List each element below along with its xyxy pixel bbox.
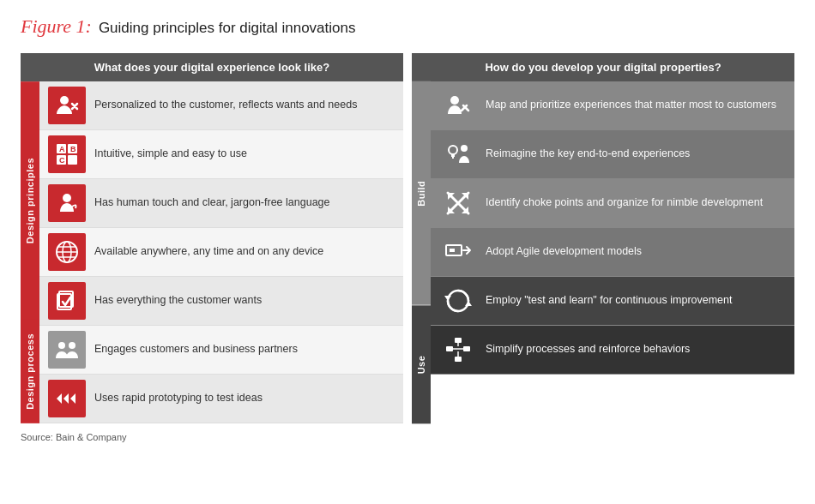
left-panel: What does your digital experience look l…	[21, 53, 403, 423]
rapid-icon	[48, 380, 86, 417]
svg-point-21	[450, 96, 459, 105]
personalized-text: Personalized to the customer, reflects w…	[94, 98, 357, 113]
intuitive-text: Intuitive, simple and easy to use	[94, 147, 247, 162]
human-touch-icon	[48, 184, 86, 222]
choke-icon	[439, 184, 477, 222]
right-rows-container: Map and prioritize experiences that matt…	[431, 81, 794, 423]
svg-point-0	[60, 96, 69, 105]
right-label-bar: Build Use	[412, 81, 431, 423]
right-panel-header: How do you develop your digital properti…	[412, 53, 794, 81]
svg-point-16	[58, 342, 65, 349]
list-item: Personalized to the customer, reflects w…	[39, 81, 403, 130]
list-item: Map and prioritize experiences that matt…	[431, 81, 794, 130]
available-icon	[48, 233, 86, 271]
list-item: Adopt Agile development models	[431, 228, 794, 277]
svg-point-17	[69, 342, 75, 349]
svg-text:C: C	[59, 156, 65, 165]
map-text: Map and prioritize experiences that matt…	[486, 98, 776, 113]
use-label: Use	[412, 305, 431, 423]
test-learn-text: Employ "test and learn" for continuous i…	[486, 293, 733, 309]
svg-rect-4	[68, 155, 77, 165]
agile-icon	[439, 233, 477, 271]
svg-marker-19	[63, 393, 69, 404]
right-panel: How do you develop your digital properti…	[412, 53, 794, 423]
reimagine-icon	[439, 135, 477, 173]
list-item: Employ "test and learn" for continuous i…	[431, 277, 794, 326]
agile-text: Adopt Agile development models	[486, 244, 642, 260]
svg-rect-39	[463, 346, 470, 351]
list-item: Reimagine the key end-to-end experiences	[431, 130, 794, 179]
list-item: Simplify processes and reinforce behavio…	[431, 326, 794, 375]
svg-point-23	[449, 146, 457, 154]
engages-text: Engages customers and business partners	[94, 342, 298, 357]
svg-rect-38	[446, 346, 453, 351]
main-grid: What does your digital experience look l…	[21, 53, 794, 423]
left-rows-container: Personalized to the customer, reflects w…	[39, 81, 403, 423]
list-item: Has everything the customer wants	[39, 277, 403, 326]
list-item: Uses rapid prototyping to test ideas	[39, 375, 403, 423]
left-panel-header: What does your digital experience look l…	[21, 53, 403, 81]
svg-text:B: B	[70, 145, 76, 153]
human-touch-text: Has human touch and clear, jargon-free l…	[94, 195, 330, 211]
svg-rect-24	[451, 154, 455, 157]
figure-subtitle: Guiding principles for digital innovatio…	[99, 20, 356, 37]
svg-marker-36	[465, 301, 472, 306]
svg-point-8	[63, 194, 71, 202]
intuitive-icon: A B C	[48, 135, 86, 173]
list-item: Engages customers and business partners	[39, 326, 403, 375]
left-panel-body: Design principles Design process Persona…	[21, 81, 403, 423]
rapid-text: Uses rapid prototyping to test ideas	[94, 391, 263, 406]
svg-text:A: A	[59, 145, 65, 153]
everything-icon	[48, 282, 86, 320]
figure-cursive-label: Figure 1:	[21, 15, 92, 38]
map-icon	[439, 87, 477, 124]
simplify-icon	[439, 331, 477, 369]
svg-marker-20	[70, 393, 75, 404]
left-label-bar: Design principles Design process	[21, 81, 39, 423]
figure-title: Figure 1: Guiding principles for digital…	[21, 15, 794, 38]
available-text: Available anywhere, any time and on any …	[94, 244, 323, 260]
svg-point-26	[461, 145, 468, 152]
choke-text: Identify choke points and organize for n…	[486, 195, 763, 211]
list-item: Has human touch and clear, jargon-free l…	[39, 179, 403, 228]
list-item: Available anywhere, any time and on any …	[39, 228, 403, 277]
build-label: Build	[412, 81, 431, 305]
design-principles-label: Design principles	[21, 81, 39, 320]
svg-marker-18	[57, 393, 62, 404]
svg-rect-40	[455, 357, 462, 362]
right-panel-body: Build Use Map and prioritize experiences	[412, 81, 794, 423]
svg-rect-34	[450, 249, 455, 252]
everything-text: Has everything the customer wants	[94, 293, 262, 309]
svg-rect-37	[455, 338, 462, 343]
source-credit: Source: Bain & Company	[21, 432, 794, 442]
simplify-text: Simplify processes and reinforce behavio…	[486, 342, 690, 357]
list-item: Identify choke points and organize for n…	[431, 179, 794, 228]
engages-icon	[48, 331, 86, 369]
personalized-icon	[48, 87, 86, 124]
reimagine-text: Reimagine the key end-to-end experiences	[486, 147, 690, 162]
design-process-label: Design process	[21, 320, 39, 423]
list-item: A B C Intuitive, simple and easy to use	[39, 130, 403, 179]
test-learn-icon	[439, 282, 477, 320]
